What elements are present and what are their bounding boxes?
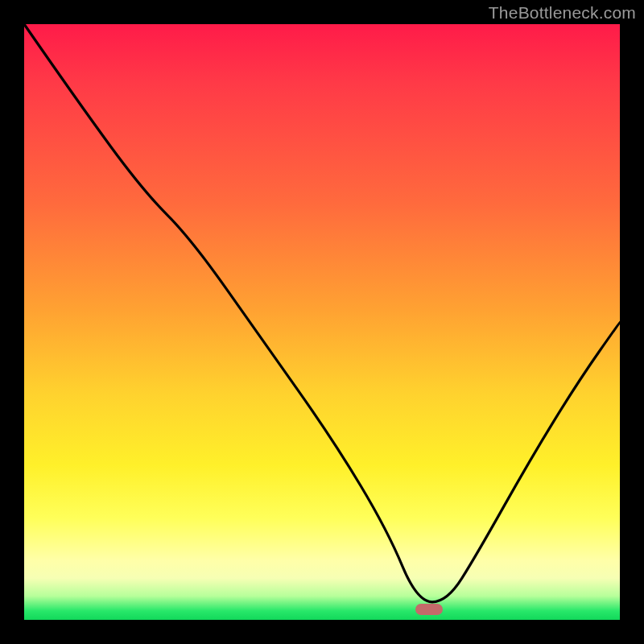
chart-frame: TheBottleneck.com [0,0,644,644]
watermark-text: TheBottleneck.com [489,3,636,23]
optimum-marker [415,604,443,615]
bottleneck-curve [24,24,620,620]
plot-area [24,24,620,620]
